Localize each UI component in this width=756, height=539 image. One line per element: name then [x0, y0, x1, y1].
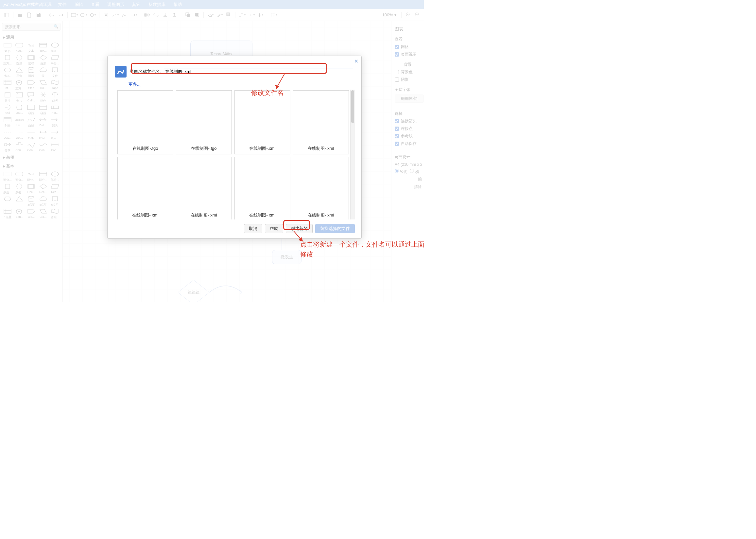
new-file-modal: × 绘图名称文件名: 更多... 在线制图-.fgo在线制图-.fgo在线制图-… — [107, 56, 362, 239]
annotation-text-2: 点击将新建一个文件，文件名可以通过上面修改 — [300, 239, 424, 259]
svg-line-74 — [277, 74, 285, 88]
template-card[interactable]: 在线制图-.xml — [293, 90, 349, 154]
close-icon[interactable]: × — [355, 58, 358, 65]
cancel-button[interactable]: 取消 — [244, 224, 262, 233]
template-card[interactable]: 在线制图- xml — [235, 157, 290, 219]
annotation-text-1: 修改文件名 — [251, 88, 284, 97]
template-card[interactable]: 在线制图-.fgo — [176, 90, 232, 154]
template-card[interactable]: 在线制图- xml — [117, 157, 173, 219]
more-link[interactable]: 更多... — [128, 81, 361, 87]
template-grid: 在线制图-.fgo在线制图-.fgo在线制图-.xml在线制图-.xml在线制图… — [117, 90, 350, 219]
template-card[interactable]: 在线制图-.fgo — [117, 90, 173, 154]
template-card[interactable]: 在线制图- xml — [176, 157, 232, 219]
replace-button[interactable]: 替换选择的文件 — [315, 224, 355, 233]
template-scrollbar[interactable] — [350, 90, 355, 219]
modal-logo-icon — [115, 66, 126, 78]
help-button[interactable]: 帮助 — [265, 224, 283, 233]
filename-input[interactable] — [163, 68, 354, 75]
template-card[interactable]: 在线制图- xml — [293, 157, 349, 219]
filename-label: 绘图名称文件名: — [130, 69, 161, 75]
template-card[interactable]: 在线制图-.xml — [235, 90, 290, 154]
